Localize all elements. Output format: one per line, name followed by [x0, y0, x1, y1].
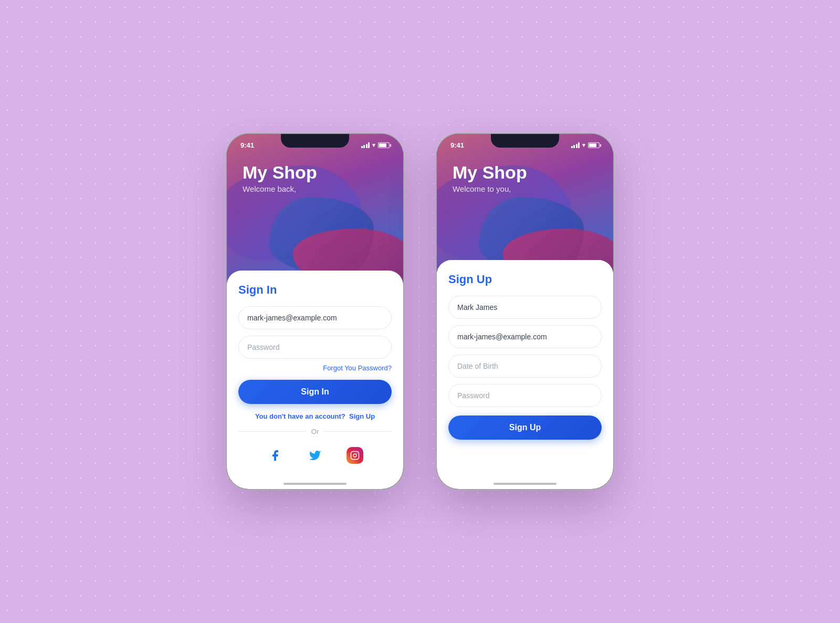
twitter-button[interactable]	[303, 444, 327, 467]
signup-home-bar	[494, 483, 556, 485]
signup-battery-icon	[588, 142, 600, 148]
signup-email-input[interactable]	[448, 325, 602, 348]
signin-time: 9:41	[240, 141, 254, 149]
status-icons: ▾	[361, 142, 390, 149]
signin-app-title: My Shop	[243, 163, 317, 182]
signup-app-title: My Shop	[453, 163, 527, 182]
no-account-row: You don't have an account? Sign Up	[238, 412, 392, 420]
signin-app-subtitle: Welcome back,	[243, 184, 317, 193]
forgot-password-row: Forgot You Password?	[238, 363, 392, 372]
signin-card: Sign In Forgot You Password? Sign In You…	[227, 271, 403, 489]
signup-phone: 9:41 ▾ My Shop Welcome to you, Sign I	[436, 133, 614, 490]
signup-wifi-icon: ▾	[582, 142, 585, 149]
signup-phone-header: My Shop Welcome to you,	[453, 163, 527, 193]
facebook-button[interactable]	[264, 444, 287, 467]
signup-status-bar: 9:41 ▾	[437, 141, 613, 149]
signin-button[interactable]: Sign In	[238, 380, 392, 404]
no-account-text: You don't have an account?	[255, 412, 345, 420]
social-icons	[238, 444, 392, 467]
phones-container: 9:41 ▾ My Shop Welcome back, Sign In	[226, 133, 614, 490]
battery-icon	[378, 142, 390, 148]
signup-status-icons: ▾	[571, 142, 600, 149]
signup-dob-input[interactable]	[448, 355, 602, 378]
wifi-icon: ▾	[372, 142, 375, 149]
signin-card-title: Sign In	[238, 283, 392, 297]
instagram-button[interactable]	[343, 444, 366, 467]
or-divider: Or	[238, 428, 392, 435]
svg-rect-0	[351, 452, 359, 460]
signup-card-title: Sign Up	[448, 273, 602, 286]
signin-email-input[interactable]	[238, 306, 392, 329]
or-label: Or	[311, 428, 319, 435]
signal-icon	[361, 142, 370, 148]
signin-password-input[interactable]	[238, 336, 392, 359]
signup-link[interactable]: Sign Up	[349, 412, 375, 420]
forgot-password-link[interactable]: Forgot You Password?	[323, 364, 392, 372]
signup-card: Sign Up Sign Up	[437, 260, 613, 489]
signup-app-subtitle: Welcome to you,	[453, 184, 527, 193]
signup-password-input[interactable]	[448, 384, 602, 407]
signup-signal-icon	[571, 142, 580, 148]
signup-time: 9:41	[450, 141, 464, 149]
signin-home-bar	[284, 483, 346, 485]
signup-button[interactable]: Sign Up	[448, 416, 602, 440]
signup-name-input[interactable]	[448, 296, 602, 319]
signin-phone-header: My Shop Welcome back,	[243, 163, 317, 193]
signin-status-bar: 9:41 ▾	[227, 141, 403, 149]
signin-phone: 9:41 ▾ My Shop Welcome back, Sign In	[226, 133, 404, 490]
